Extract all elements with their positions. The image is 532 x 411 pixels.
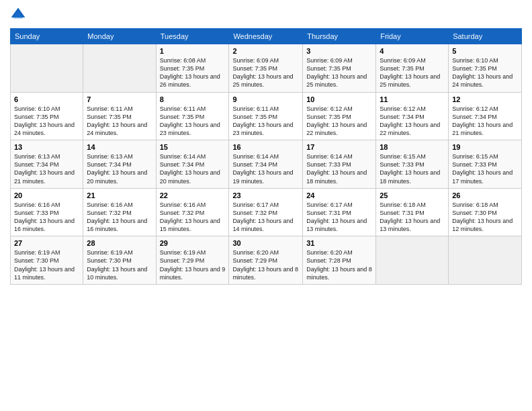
- calendar-cell: 3Sunrise: 6:09 AM Sunset: 7:35 PM Daylig…: [303, 44, 376, 93]
- day-number: 13: [14, 143, 79, 151]
- day-info: Sunrise: 6:10 AM Sunset: 7:35 PM Dayligh…: [452, 56, 518, 89]
- day-info: Sunrise: 6:12 AM Sunset: 7:34 PM Dayligh…: [380, 105, 445, 138]
- calendar: SundayMondayTuesdayWednesdayThursdayFrid…: [10, 28, 522, 285]
- day-number: 16: [232, 143, 299, 151]
- calendar-week-5: 27Sunrise: 6:19 AM Sunset: 7:30 PM Dayli…: [11, 236, 522, 285]
- day-number: 17: [306, 143, 372, 151]
- day-number: 1: [160, 47, 226, 55]
- day-info: Sunrise: 6:13 AM Sunset: 7:34 PM Dayligh…: [14, 152, 79, 185]
- day-info: Sunrise: 6:10 AM Sunset: 7:35 PM Dayligh…: [14, 105, 79, 138]
- calendar-cell: 30Sunrise: 6:20 AM Sunset: 7:29 PM Dayli…: [229, 236, 303, 285]
- calendar-cell: 25Sunrise: 6:18 AM Sunset: 7:31 PM Dayli…: [376, 188, 449, 236]
- day-number: 9: [232, 95, 299, 103]
- calendar-header-friday: Friday: [376, 29, 449, 44]
- calendar-cell: 5Sunrise: 6:10 AM Sunset: 7:35 PM Daylig…: [449, 44, 522, 93]
- calendar-header-monday: Monday: [83, 29, 156, 44]
- day-info: Sunrise: 6:11 AM Sunset: 7:35 PM Dayligh…: [87, 105, 152, 138]
- day-number: 25: [380, 191, 445, 199]
- calendar-cell: 20Sunrise: 6:16 AM Sunset: 7:33 PM Dayli…: [11, 188, 83, 236]
- day-number: 2: [232, 47, 299, 55]
- day-info: Sunrise: 6:17 AM Sunset: 7:32 PM Dayligh…: [232, 201, 299, 234]
- logo-icon: [10, 7, 26, 23]
- day-number: 23: [232, 191, 299, 199]
- calendar-week-3: 13Sunrise: 6:13 AM Sunset: 7:34 PM Dayli…: [11, 140, 522, 189]
- day-info: Sunrise: 6:14 AM Sunset: 7:34 PM Dayligh…: [232, 152, 299, 185]
- calendar-cell: 11Sunrise: 6:12 AM Sunset: 7:34 PM Dayli…: [376, 92, 449, 140]
- day-number: 14: [87, 143, 152, 151]
- day-number: 29: [160, 239, 226, 247]
- calendar-cell: 31Sunrise: 6:20 AM Sunset: 7:28 PM Dayli…: [303, 236, 376, 285]
- calendar-cell: 21Sunrise: 6:16 AM Sunset: 7:32 PM Dayli…: [83, 188, 156, 236]
- day-info: Sunrise: 6:09 AM Sunset: 7:35 PM Dayligh…: [380, 56, 445, 89]
- day-number: 26: [452, 191, 518, 199]
- calendar-cell: 27Sunrise: 6:19 AM Sunset: 7:30 PM Dayli…: [11, 236, 83, 285]
- day-info: Sunrise: 6:17 AM Sunset: 7:31 PM Dayligh…: [306, 201, 372, 234]
- day-number: 20: [14, 191, 79, 199]
- calendar-week-1: 1Sunrise: 6:08 AM Sunset: 7:35 PM Daylig…: [11, 44, 522, 93]
- calendar-cell: [376, 236, 449, 285]
- calendar-cell: 10Sunrise: 6:12 AM Sunset: 7:35 PM Dayli…: [303, 92, 376, 140]
- calendar-cell: 23Sunrise: 6:17 AM Sunset: 7:32 PM Dayli…: [229, 188, 303, 236]
- calendar-header-sunday: Sunday: [11, 29, 83, 44]
- day-number: 19: [452, 143, 518, 151]
- day-number: 24: [306, 191, 372, 199]
- calendar-cell: 9Sunrise: 6:11 AM Sunset: 7:35 PM Daylig…: [229, 92, 303, 140]
- day-info: Sunrise: 6:12 AM Sunset: 7:35 PM Dayligh…: [306, 105, 372, 138]
- calendar-cell: 17Sunrise: 6:14 AM Sunset: 7:33 PM Dayli…: [303, 140, 376, 189]
- day-info: Sunrise: 6:12 AM Sunset: 7:34 PM Dayligh…: [452, 105, 518, 138]
- day-info: Sunrise: 6:11 AM Sunset: 7:35 PM Dayligh…: [160, 105, 226, 138]
- calendar-cell: 26Sunrise: 6:18 AM Sunset: 7:30 PM Dayli…: [449, 188, 522, 236]
- day-number: 7: [87, 95, 152, 103]
- day-number: 6: [14, 95, 79, 103]
- day-number: 28: [87, 239, 152, 247]
- calendar-header-wednesday: Wednesday: [229, 29, 303, 44]
- calendar-cell: 24Sunrise: 6:17 AM Sunset: 7:31 PM Dayli…: [303, 188, 376, 236]
- day-number: 15: [160, 143, 226, 151]
- calendar-header-row: SundayMondayTuesdayWednesdayThursdayFrid…: [11, 29, 522, 44]
- day-info: Sunrise: 6:09 AM Sunset: 7:35 PM Dayligh…: [306, 56, 372, 89]
- calendar-header-tuesday: Tuesday: [156, 29, 229, 44]
- day-number: 10: [306, 95, 372, 103]
- day-info: Sunrise: 6:09 AM Sunset: 7:35 PM Dayligh…: [232, 56, 299, 89]
- day-info: Sunrise: 6:16 AM Sunset: 7:33 PM Dayligh…: [14, 201, 79, 234]
- day-number: 21: [87, 191, 152, 199]
- calendar-cell: 7Sunrise: 6:11 AM Sunset: 7:35 PM Daylig…: [83, 92, 156, 140]
- calendar-cell: 4Sunrise: 6:09 AM Sunset: 7:35 PM Daylig…: [376, 44, 449, 93]
- day-info: Sunrise: 6:16 AM Sunset: 7:32 PM Dayligh…: [160, 201, 226, 234]
- day-number: 30: [232, 239, 299, 247]
- day-number: 31: [306, 239, 372, 247]
- calendar-cell: 22Sunrise: 6:16 AM Sunset: 7:32 PM Dayli…: [156, 188, 229, 236]
- calendar-cell: 1Sunrise: 6:08 AM Sunset: 7:35 PM Daylig…: [156, 44, 229, 93]
- calendar-cell: 28Sunrise: 6:19 AM Sunset: 7:30 PM Dayli…: [83, 236, 156, 285]
- calendar-header-thursday: Thursday: [303, 29, 376, 44]
- day-number: 18: [380, 143, 445, 151]
- day-info: Sunrise: 6:19 AM Sunset: 7:29 PM Dayligh…: [160, 248, 226, 281]
- day-info: Sunrise: 6:16 AM Sunset: 7:32 PM Dayligh…: [87, 201, 152, 234]
- calendar-header-saturday: Saturday: [449, 29, 522, 44]
- page: SundayMondayTuesdayWednesdayThursdayFrid…: [0, 0, 532, 411]
- day-number: 27: [14, 239, 79, 247]
- calendar-cell: 15Sunrise: 6:14 AM Sunset: 7:34 PM Dayli…: [156, 140, 229, 189]
- day-info: Sunrise: 6:15 AM Sunset: 7:33 PM Dayligh…: [380, 152, 445, 185]
- day-number: 8: [160, 95, 226, 103]
- calendar-cell: [83, 44, 156, 93]
- calendar-cell: [11, 44, 83, 93]
- day-number: 3: [306, 47, 372, 55]
- calendar-cell: 18Sunrise: 6:15 AM Sunset: 7:33 PM Dayli…: [376, 140, 449, 189]
- calendar-cell: 16Sunrise: 6:14 AM Sunset: 7:34 PM Dayli…: [229, 140, 303, 189]
- calendar-cell: 2Sunrise: 6:09 AM Sunset: 7:35 PM Daylig…: [229, 44, 303, 93]
- calendar-cell: 13Sunrise: 6:13 AM Sunset: 7:34 PM Dayli…: [11, 140, 83, 189]
- day-info: Sunrise: 6:11 AM Sunset: 7:35 PM Dayligh…: [232, 105, 299, 138]
- day-info: Sunrise: 6:20 AM Sunset: 7:28 PM Dayligh…: [306, 248, 372, 281]
- day-info: Sunrise: 6:14 AM Sunset: 7:34 PM Dayligh…: [160, 152, 226, 185]
- day-number: 4: [380, 47, 445, 55]
- day-info: Sunrise: 6:08 AM Sunset: 7:35 PM Dayligh…: [160, 56, 226, 89]
- header: [10, 7, 522, 23]
- calendar-cell: 8Sunrise: 6:11 AM Sunset: 7:35 PM Daylig…: [156, 92, 229, 140]
- day-number: 12: [452, 95, 518, 103]
- calendar-cell: 14Sunrise: 6:13 AM Sunset: 7:34 PM Dayli…: [83, 140, 156, 189]
- calendar-week-4: 20Sunrise: 6:16 AM Sunset: 7:33 PM Dayli…: [11, 188, 522, 236]
- day-number: 5: [452, 47, 518, 55]
- day-number: 22: [160, 191, 226, 199]
- day-info: Sunrise: 6:14 AM Sunset: 7:33 PM Dayligh…: [306, 152, 372, 185]
